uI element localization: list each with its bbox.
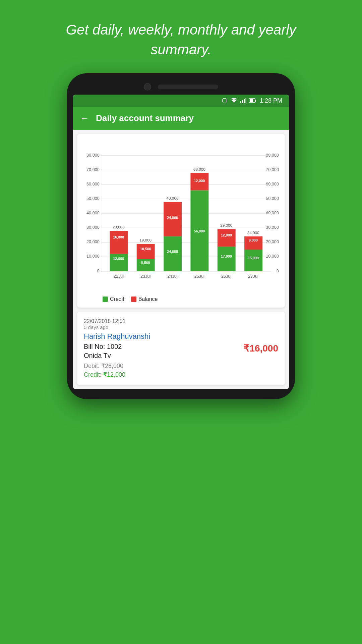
balance-label: Balance	[138, 296, 158, 302]
phone-frame: 1:28 PM ← Daily account summary 0 10,000…	[67, 73, 295, 399]
svg-text:20,000: 20,000	[86, 239, 100, 244]
tagline-line2: summary.	[150, 42, 211, 57]
tagline: Get daily, weekly, monthly and yearly su…	[0, 0, 362, 73]
svg-text:30,000: 30,000	[86, 225, 100, 230]
svg-text:12,000: 12,000	[194, 179, 205, 183]
back-button[interactable]: ←	[80, 113, 89, 124]
svg-text:0: 0	[97, 268, 100, 273]
svg-text:28,000: 28,000	[113, 225, 125, 229]
phone-top-bar	[73, 83, 289, 91]
svg-text:9,000: 9,000	[249, 238, 258, 242]
svg-text:24,000: 24,000	[247, 230, 259, 235]
svg-text:10,000: 10,000	[266, 254, 279, 259]
app-title: Daily account summary	[96, 113, 194, 123]
svg-text:50,000: 50,000	[266, 196, 279, 201]
svg-rect-2	[227, 99, 227, 102]
bar-23jul-balance	[137, 244, 155, 259]
svg-text:70,000: 70,000	[266, 167, 279, 172]
svg-text:20,000: 20,000	[266, 239, 279, 244]
camera-icon	[144, 83, 151, 91]
transaction-product: Onida Tv	[84, 352, 243, 360]
transaction-card: 22/07/2018 12:51 5 days ago Harish Raghu…	[77, 312, 285, 385]
transaction-credit: Credit: ₹12,000	[84, 371, 243, 378]
app-bar: ← Daily account summary	[73, 107, 289, 130]
svg-rect-6	[242, 100, 243, 103]
svg-text:16,000: 16,000	[113, 235, 124, 239]
svg-text:10,500: 10,500	[140, 247, 151, 251]
svg-text:50,000: 50,000	[86, 196, 100, 201]
bar-26jul-balance	[218, 229, 236, 247]
svg-text:60,000: 60,000	[86, 181, 100, 186]
svg-text:10,000: 10,000	[86, 254, 100, 259]
svg-text:27Jul: 27Jul	[248, 274, 258, 279]
status-bar: 1:28 PM	[73, 95, 289, 107]
transaction-name[interactable]: Harish Raghuvanshi	[84, 332, 278, 341]
phone-outer: 1:28 PM ← Daily account summary 0 10,000…	[67, 73, 295, 399]
vibrate-icon	[222, 97, 228, 104]
svg-rect-10	[255, 100, 256, 102]
svg-text:12,000: 12,000	[221, 233, 232, 237]
transaction-date: 22/07/2018 12:51	[84, 318, 278, 324]
svg-text:19,000: 19,000	[139, 238, 152, 242]
svg-text:0: 0	[277, 268, 279, 273]
status-icons	[222, 97, 256, 104]
svg-text:17,000: 17,000	[221, 254, 232, 258]
transaction-amount: ₹16,000	[243, 343, 278, 354]
svg-text:26Jul: 26Jul	[221, 274, 231, 279]
svg-rect-3	[223, 99, 226, 103]
svg-text:22Jul: 22Jul	[114, 274, 124, 279]
svg-marker-4	[232, 100, 236, 103]
chart-legend: Credit Balance	[82, 296, 280, 302]
legend-balance: Balance	[131, 296, 158, 302]
signal-icon	[240, 98, 246, 103]
svg-text:8,500: 8,500	[141, 261, 150, 265]
legend-credit: Credit	[103, 296, 124, 302]
svg-text:56,000: 56,000	[194, 229, 205, 233]
status-time: 1:28 PM	[260, 97, 282, 104]
svg-text:15,000: 15,000	[248, 256, 259, 260]
credit-label: Credit	[110, 296, 124, 302]
credit-dot	[103, 297, 108, 302]
phone-screen: 1:28 PM ← Daily account summary 0 10,000…	[73, 95, 289, 389]
svg-text:68,000: 68,000	[193, 167, 205, 171]
bar-chart: 0 10,000 20,000 30,000 40,000 50,000 60,…	[82, 139, 280, 293]
svg-text:80,000: 80,000	[86, 152, 100, 157]
transaction-debit: Debit: ₹28,000	[84, 362, 243, 370]
bar-26jul-credit	[218, 247, 236, 271]
svg-text:40,000: 40,000	[86, 210, 100, 215]
tagline-line1: Get daily, weekly, monthly and yearly	[66, 22, 296, 38]
svg-text:12,000: 12,000	[113, 257, 124, 261]
bar-22jul-balance	[110, 231, 128, 254]
svg-text:23Jul: 23Jul	[140, 274, 150, 279]
svg-text:24,000: 24,000	[167, 215, 178, 219]
svg-rect-7	[244, 99, 245, 103]
chart-card: 0 10,000 20,000 30,000 40,000 50,000 60,…	[77, 134, 285, 308]
svg-text:29,000: 29,000	[220, 223, 232, 227]
svg-rect-8	[245, 98, 246, 103]
battery-icon	[249, 98, 256, 103]
svg-text:48,000: 48,000	[167, 196, 179, 200]
transaction-details: Bill No: 1002 Onida Tv Debit: ₹28,000 Cr…	[84, 343, 243, 378]
transaction-row: Bill No: 1002 Onida Tv Debit: ₹28,000 Cr…	[84, 343, 278, 378]
svg-rect-1	[222, 99, 223, 102]
transaction-bill: Bill No: 1002	[84, 343, 243, 351]
svg-text:40,000: 40,000	[266, 210, 279, 215]
svg-text:24,000: 24,000	[167, 249, 178, 253]
svg-text:24Jul: 24Jul	[167, 274, 177, 279]
svg-text:70,000: 70,000	[86, 167, 100, 172]
svg-text:30,000: 30,000	[266, 225, 279, 230]
balance-dot	[131, 297, 136, 302]
svg-text:80,000: 80,000	[266, 152, 279, 157]
svg-rect-11	[250, 99, 253, 102]
svg-text:60,000: 60,000	[266, 181, 279, 186]
chart-area: 0 10,000 20,000 30,000 40,000 50,000 60,…	[82, 139, 280, 293]
svg-text:25Jul: 25Jul	[194, 274, 204, 279]
transaction-ago: 5 days ago	[84, 324, 278, 330]
wifi-icon	[230, 98, 238, 103]
bar-24jul-credit	[164, 236, 182, 271]
bar-27jul-credit	[244, 250, 262, 271]
svg-rect-5	[240, 101, 241, 103]
speaker	[158, 85, 218, 89]
